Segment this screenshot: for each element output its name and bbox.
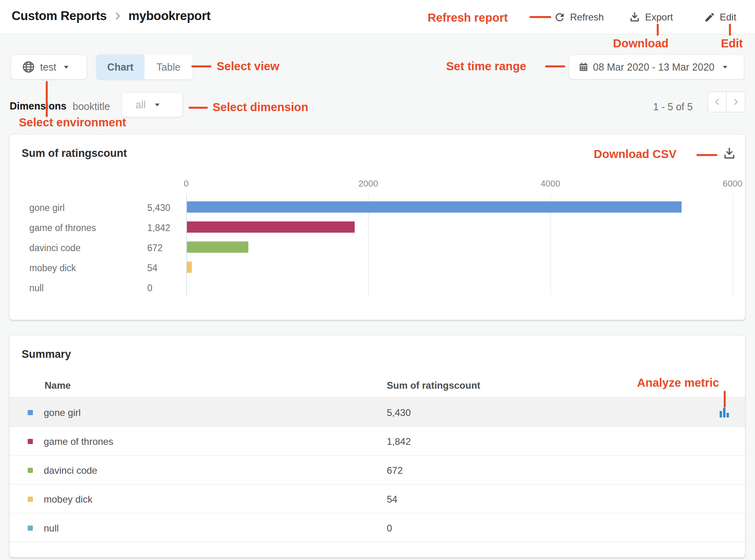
chevron-right-icon xyxy=(731,97,740,106)
bar-track xyxy=(187,282,733,293)
dimension-selected-value: all xyxy=(136,99,146,111)
column-header-value: Sum of ratingscount xyxy=(387,380,480,391)
breadcrumb-current: mybookreport xyxy=(128,9,211,23)
bar-track xyxy=(187,262,733,273)
x-tick-label: 4000 xyxy=(541,179,560,189)
chart-value-label: 1,842 xyxy=(147,223,170,233)
table-row[interactable]: davinci code672 xyxy=(10,456,745,485)
row-name: null xyxy=(44,523,59,534)
bar xyxy=(187,201,682,213)
annotation-download-csv: Download CSV xyxy=(594,148,676,161)
bar xyxy=(187,241,248,253)
download-icon xyxy=(722,146,737,161)
table-row[interactable]: null0 xyxy=(10,513,745,542)
annotation-line-select-environment xyxy=(46,81,48,117)
annotation-select-dimension: Select dimension xyxy=(213,101,308,114)
chart-row: mobey dick54 xyxy=(10,257,745,277)
environment-select[interactable]: test xyxy=(11,55,87,79)
series-color-swatch xyxy=(28,468,33,473)
chart-card: Sum of ratingscount 0200040006000 gone g… xyxy=(9,134,745,320)
annotation-analyze-metric: Analyze metric xyxy=(637,376,719,390)
edit-button[interactable]: Edit xyxy=(704,10,736,25)
annotation-select-view: Select view xyxy=(217,60,279,73)
annotation-line-select-dimension xyxy=(189,107,208,109)
breadcrumb-root[interactable]: Custom Reports xyxy=(12,9,107,23)
x-tick-label: 0 xyxy=(184,179,189,189)
summary-card: Summary Name Sum of ratingscount gone gi… xyxy=(9,335,745,558)
pagination-range: 1 - 5 of 5 xyxy=(653,101,693,113)
chart-title: Sum of ratingscount xyxy=(22,147,127,160)
row-name: davinci code xyxy=(44,465,97,476)
download-csv-button[interactable] xyxy=(720,145,738,162)
edit-label: Edit xyxy=(720,12,736,23)
bar xyxy=(187,262,192,273)
dimension-select[interactable]: all xyxy=(122,92,183,117)
export-label: Export xyxy=(645,12,673,23)
globe-icon xyxy=(22,60,35,74)
table-row[interactable]: gone girl5,430 xyxy=(10,398,745,427)
annotation-line-set-time-range xyxy=(545,65,565,67)
annotation-refresh-report: Refresh report xyxy=(428,11,508,24)
chart-category-label: null xyxy=(29,283,44,294)
row-value: 5,430 xyxy=(387,407,411,418)
annotation-line-refresh xyxy=(530,16,551,18)
chart-row: null0 xyxy=(10,277,745,297)
chevron-down-icon xyxy=(63,65,69,69)
download-icon xyxy=(629,11,641,23)
row-value: 54 xyxy=(387,494,398,505)
dimensions-label: Dimensions xyxy=(10,100,67,112)
annotation-download: Download xyxy=(613,37,669,50)
row-name: gone girl xyxy=(44,407,81,418)
row-value: 1,842 xyxy=(387,436,411,447)
chart-rows: gone girl5,430game of thrones1,842davinc… xyxy=(10,197,745,297)
tab-table[interactable]: Table xyxy=(144,55,193,79)
refresh-button[interactable]: Refresh xyxy=(554,10,604,25)
summary-table-body: gone girl5,430game of thrones1,842davinc… xyxy=(10,398,745,542)
export-button[interactable]: Export xyxy=(629,10,673,25)
x-tick-label: 6000 xyxy=(723,179,743,189)
row-value: 0 xyxy=(387,523,392,534)
bar xyxy=(187,221,355,233)
custom-report-screen: Custom Reports mybookreport Refresh Expo… xyxy=(0,0,755,560)
pagination xyxy=(708,91,745,112)
pagination-prev-button[interactable] xyxy=(708,92,727,112)
row-value: 672 xyxy=(387,465,403,476)
tab-chart[interactable]: Chart xyxy=(96,55,144,79)
series-color-swatch xyxy=(28,497,33,502)
chevron-down-icon xyxy=(723,65,728,69)
chart-category-label: gone girl xyxy=(29,203,65,213)
annotation-line-edit xyxy=(729,24,731,36)
pagination-next-button[interactable] xyxy=(727,92,745,112)
bar-track xyxy=(187,241,733,253)
date-range-picker[interactable]: 08 Mar 2020 - 13 Mar 2020 xyxy=(569,55,744,79)
bar-track xyxy=(187,201,733,213)
top-bar: Custom Reports mybookreport Refresh Expo… xyxy=(0,0,755,34)
annotation-line-analyze-metric xyxy=(724,391,726,408)
pencil-icon xyxy=(704,12,715,23)
chart-category-label: game of thrones xyxy=(29,223,96,233)
row-name: game of thrones xyxy=(44,436,113,447)
chevron-down-icon xyxy=(154,103,160,107)
column-header-name: Name xyxy=(45,380,71,391)
table-row[interactable]: game of thrones1,842 xyxy=(10,427,745,456)
chart-row: game of thrones1,842 xyxy=(10,217,745,237)
breadcrumb-chevron-icon xyxy=(112,11,123,21)
annotation-line-download xyxy=(657,24,659,36)
annotation-select-environment: Select environment xyxy=(19,116,126,129)
row-name: mobey dick xyxy=(44,494,92,505)
chart-x-ticks: 0200040006000 xyxy=(10,179,745,191)
refresh-icon xyxy=(554,11,566,23)
chart-row: davinci code672 xyxy=(10,237,745,257)
chart-category-label: davinci code xyxy=(29,243,81,254)
refresh-label: Refresh xyxy=(570,12,604,23)
date-range-value: 08 Mar 2020 - 13 Mar 2020 xyxy=(593,61,714,73)
x-tick-label: 2000 xyxy=(359,179,378,189)
view-toggle: Chart Table xyxy=(96,55,193,79)
summary-table-header: Name Sum of ratingscount xyxy=(10,373,745,398)
summary-title: Summary xyxy=(22,348,71,361)
environment-value: test xyxy=(40,61,56,73)
chart-value-label: 672 xyxy=(147,243,162,254)
table-row[interactable]: mobey dick54 xyxy=(10,485,745,513)
bar-chart-icon xyxy=(719,406,730,418)
chevron-left-icon xyxy=(713,97,722,106)
